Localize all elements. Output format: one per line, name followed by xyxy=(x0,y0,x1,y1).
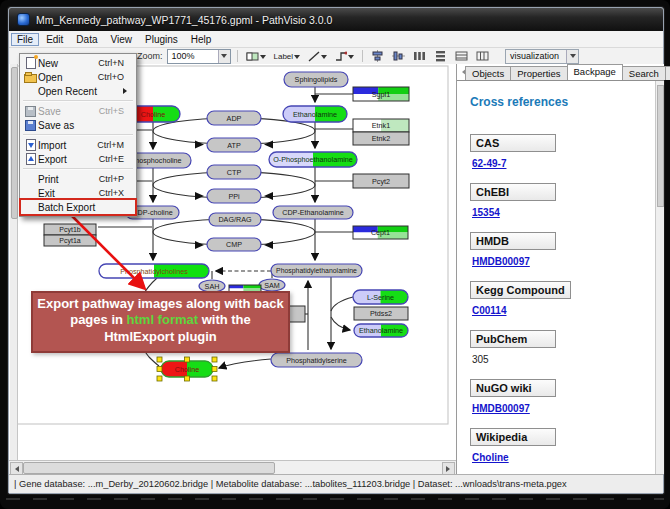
scrollbar-thumb[interactable] xyxy=(657,85,664,207)
zoom-label: Zoom: xyxy=(137,51,163,61)
xref-link[interactable]: 15354 xyxy=(472,207,650,218)
zoom-select[interactable]: 100% xyxy=(167,49,231,64)
pathway-node-ethanolamine-top[interactable]: Ethanolamine xyxy=(283,106,347,122)
selection-handle[interactable] xyxy=(185,357,190,362)
menu-separator xyxy=(23,134,133,136)
chevron-down-icon[interactable] xyxy=(566,50,578,63)
pathway-node-atp[interactable]: ATP xyxy=(207,138,261,152)
menu-edit[interactable]: Edit xyxy=(40,33,69,46)
pathway-node-pcyt2[interactable]: Pcyt2 xyxy=(353,174,409,188)
menu-item-shortcut: Ctrl+E xyxy=(99,154,133,164)
xref-link[interactable]: Choline xyxy=(472,452,650,463)
file-menu-item-import[interactable]: ImportCtrl+M xyxy=(21,138,135,152)
tab-search[interactable]: Search xyxy=(622,66,666,80)
menu-item-shortcut: Ctrl+P xyxy=(99,174,133,184)
svg-text:Phosphatidylethanolamine: Phosphatidylethanolamine xyxy=(276,267,357,275)
app-icon xyxy=(17,13,30,26)
panel-scrollbar[interactable] xyxy=(655,81,664,474)
connector-tool[interactable] xyxy=(333,49,356,63)
pathway-node-cdp-ethanolamine[interactable]: CDP-Ethanolamine xyxy=(273,206,353,219)
scroll-left-icon[interactable] xyxy=(10,462,23,474)
xref-link[interactable]: HMDB00097 xyxy=(472,403,650,414)
selection-handle[interactable] xyxy=(212,357,217,362)
pathway-node-o-phosphoethanolamine[interactable]: O-Phosphoethanolamine xyxy=(269,152,357,167)
pathway-node-ppi[interactable]: PPi xyxy=(207,189,261,203)
distribute-vertical-icon[interactable] xyxy=(432,49,449,63)
selection-handle[interactable] xyxy=(212,376,217,381)
stack-vertical-icon[interactable] xyxy=(474,49,491,63)
pathway-node-sgpl1[interactable]: Sgpl1 xyxy=(353,87,409,101)
tab-backpage[interactable]: Backpage xyxy=(567,64,623,80)
xref-header: CAS xyxy=(470,134,556,152)
pathway-node-etnk1[interactable]: Etnk1 xyxy=(353,119,409,132)
svg-text:Etnk1: Etnk1 xyxy=(372,121,390,130)
pathway-node-phosphatidylethanolamine[interactable]: Phosphatidylethanolamine xyxy=(271,264,362,277)
pathway-node-sam[interactable]: SAM xyxy=(259,279,285,291)
menu-help[interactable]: Help xyxy=(185,33,218,46)
menu-plugins[interactable]: Plugins xyxy=(139,33,184,46)
svg-text:Etnk2: Etnk2 xyxy=(372,134,390,143)
pathway-node-ptdss2[interactable]: Ptdss2 xyxy=(354,307,408,320)
taskbar-edge xyxy=(6,498,664,500)
tab-properties[interactable]: Properties xyxy=(510,66,567,80)
xref-link[interactable]: HMDB00097 xyxy=(472,256,650,267)
tab-objects[interactable]: Objects xyxy=(465,66,511,80)
scroll-right-icon[interactable] xyxy=(442,462,455,474)
align-center-icon[interactable] xyxy=(369,49,386,63)
canvas-vertical-scrollbar[interactable] xyxy=(10,64,18,461)
pathway-node-phosphatidylcholines[interactable]: Phosphatidylcholines xyxy=(99,264,209,278)
annotation-highlight: html format xyxy=(127,312,199,327)
label-tool[interactable]: Label xyxy=(272,49,303,63)
menu-view[interactable]: View xyxy=(104,33,138,46)
visualization-select[interactable]: visualization xyxy=(505,49,579,64)
pathway-node-pcyt1b[interactable]: Pcyt1b xyxy=(44,224,96,235)
save-icon xyxy=(25,106,36,117)
file-menu-item-save-as[interactable]: Save as xyxy=(21,118,135,132)
scrollbar-thumb[interactable] xyxy=(11,67,18,219)
xref-section-pubchem: PubChem305 xyxy=(470,329,650,365)
file-menu-item-open-recent[interactable]: Open Recent xyxy=(21,84,135,98)
pathway-node-pcyt1a[interactable]: Pcyt1a xyxy=(44,235,96,246)
selection-handle[interactable] xyxy=(212,367,217,372)
scrollbar-thumb[interactable] xyxy=(23,462,275,474)
svg-text:CTP: CTP xyxy=(227,168,242,177)
xref-link[interactable]: C00114 xyxy=(472,305,650,316)
selection-handle[interactable] xyxy=(185,376,190,381)
xref-link[interactable]: 62-49-7 xyxy=(472,158,650,169)
pathway-node-dag[interactable]: DAG/RAG xyxy=(209,213,261,226)
pathway-node-cept1[interactable]: Cept1 xyxy=(353,226,408,239)
file-menu-item-save[interactable]: SaveCtrl+S xyxy=(21,104,135,118)
svg-text:DAG/RAG: DAG/RAG xyxy=(218,215,252,224)
file-menu-item-open[interactable]: OpenCtrl+O xyxy=(21,70,135,84)
pathway-node-etnk2[interactable]: Etnk2 xyxy=(353,132,409,145)
pathway-node-cmp[interactable]: CMP xyxy=(207,238,261,251)
pathway-node-choline-selected[interactable]: Choline xyxy=(157,357,217,381)
title-bar[interactable]: Mm_Kennedy_pathway_WP1771_45176.gpml - P… xyxy=(9,8,663,31)
menu-data[interactable]: Data xyxy=(70,33,103,46)
file-menu-item-batch-export[interactable]: Batch Export xyxy=(21,200,135,214)
pathway-node-l-serine[interactable]: L-Serine xyxy=(353,290,408,304)
file-menu-item-print[interactable]: PrintCtrl+P xyxy=(21,172,135,186)
line-tool[interactable] xyxy=(306,49,329,63)
menu-file[interactable]: File xyxy=(11,33,39,46)
file-menu-item-export[interactable]: ExportCtrl+E xyxy=(21,152,135,166)
gene-tool[interactable] xyxy=(244,49,268,63)
stack-horizontal-icon[interactable] xyxy=(453,49,470,63)
svg-text:Pcyt1b: Pcyt1b xyxy=(59,226,81,234)
pathway-node-ctp[interactable]: CTP xyxy=(207,165,261,179)
svg-text:Choline: Choline xyxy=(141,110,165,119)
distribute-horizontal-icon[interactable] xyxy=(411,49,428,63)
chevron-down-icon[interactable] xyxy=(218,50,230,63)
selection-handle[interactable] xyxy=(157,367,162,372)
pathway-node-adp[interactable]: ADP xyxy=(207,111,261,125)
canvas-horizontal-scrollbar[interactable] xyxy=(9,460,456,474)
file-menu-item-new[interactable]: NewCtrl+N xyxy=(21,56,135,70)
selection-handle[interactable] xyxy=(157,357,162,362)
pathvisio-window: Mm_Kennedy_pathway_WP1771_45176.gpml - P… xyxy=(8,7,664,494)
pathway-node-ethanolamine-bottom[interactable]: Ethanolamine xyxy=(354,324,408,337)
pathway-node-sphingolipids[interactable]: Sphingolipids xyxy=(284,72,348,87)
tab-legend[interactable]: Legend xyxy=(665,66,670,80)
selection-handle[interactable] xyxy=(157,376,162,381)
pathway-node-phosphatidylserine[interactable]: Phosphatidylserine xyxy=(271,353,362,367)
align-middle-icon[interactable] xyxy=(390,49,407,63)
